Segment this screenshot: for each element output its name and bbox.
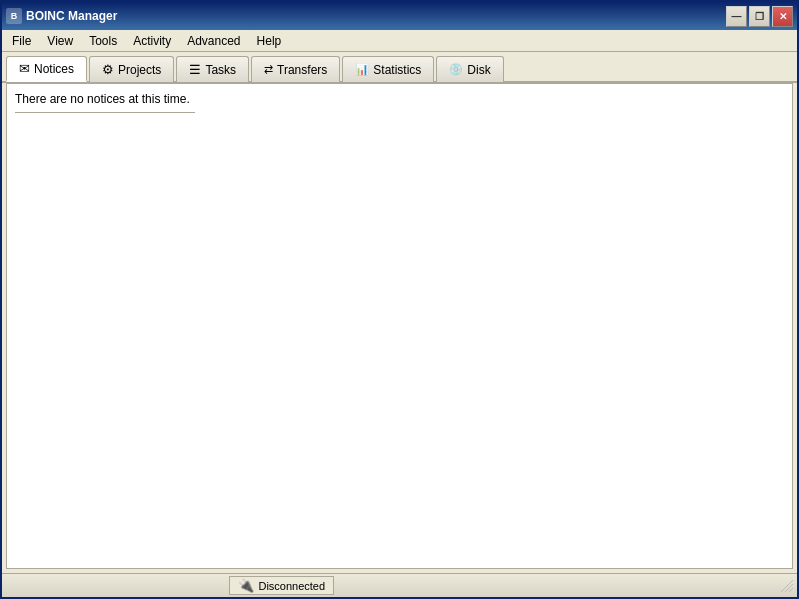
- projects-icon: ⚙: [102, 62, 114, 77]
- menu-tools[interactable]: Tools: [81, 30, 125, 51]
- main-window: B BOINC Manager — ❐ ✕ File View Tools Ac…: [0, 0, 799, 599]
- status-panel: 🔌 Disconnected: [229, 576, 334, 595]
- menu-activity[interactable]: Activity: [125, 30, 179, 51]
- resize-grip[interactable]: [781, 580, 793, 592]
- menu-help[interactable]: Help: [249, 30, 290, 51]
- tab-disk-label: Disk: [467, 63, 490, 77]
- disk-icon: 💿: [449, 63, 463, 76]
- restore-button[interactable]: ❐: [749, 6, 770, 27]
- tab-transfers-label: Transfers: [277, 63, 327, 77]
- tab-projects-label: Projects: [118, 63, 161, 77]
- transfers-icon: ⇄: [264, 63, 273, 76]
- tab-bar: ✉ Notices ⚙ Projects ☰ Tasks ⇄ Transfers…: [2, 52, 797, 83]
- svg-line-2: [789, 588, 793, 592]
- no-notices-text: There are no notices at this time.: [15, 92, 784, 106]
- close-button[interactable]: ✕: [772, 6, 793, 27]
- notices-icon: ✉: [19, 61, 30, 76]
- menu-advanced[interactable]: Advanced: [179, 30, 248, 51]
- notice-divider: [15, 112, 195, 113]
- title-bar: B BOINC Manager — ❐ ✕: [2, 2, 797, 30]
- statistics-icon: 📊: [355, 63, 369, 76]
- tab-statistics[interactable]: 📊 Statistics: [342, 56, 434, 82]
- menubar: File View Tools Activity Advanced Help: [2, 30, 797, 52]
- tab-notices-label: Notices: [34, 62, 74, 76]
- disconnected-icon: 🔌: [238, 578, 254, 593]
- tab-notices[interactable]: ✉ Notices: [6, 56, 87, 82]
- tab-statistics-label: Statistics: [373, 63, 421, 77]
- window-title: BOINC Manager: [26, 9, 726, 23]
- window-controls: — ❐ ✕: [726, 6, 793, 27]
- tab-projects[interactable]: ⚙ Projects: [89, 56, 174, 82]
- menu-view[interactable]: View: [39, 30, 81, 51]
- svg-line-1: [785, 584, 793, 592]
- content-area: There are no notices at this time.: [6, 83, 793, 569]
- tasks-icon: ☰: [189, 62, 201, 77]
- tab-transfers[interactable]: ⇄ Transfers: [251, 56, 340, 82]
- tab-disk[interactable]: 💿 Disk: [436, 56, 503, 82]
- minimize-button[interactable]: —: [726, 6, 747, 27]
- status-text: Disconnected: [258, 580, 325, 592]
- menu-file[interactable]: File: [4, 30, 39, 51]
- tab-tasks[interactable]: ☰ Tasks: [176, 56, 249, 82]
- tab-tasks-label: Tasks: [205, 63, 236, 77]
- app-icon: B: [6, 8, 22, 24]
- statusbar: 🔌 Disconnected: [2, 573, 797, 597]
